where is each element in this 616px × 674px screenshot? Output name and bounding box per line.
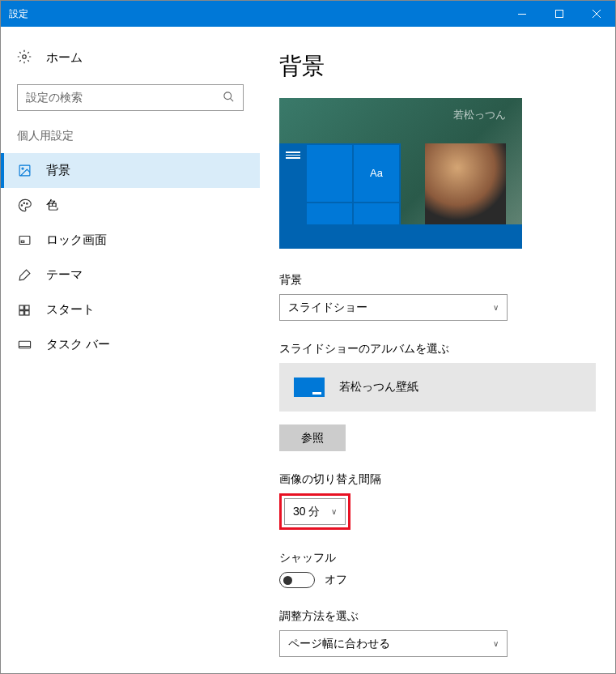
background-label: 背景 bbox=[279, 273, 596, 288]
home-label: ホーム bbox=[46, 50, 83, 66]
album-label: スライドショーのアルバムを選ぶ bbox=[279, 342, 596, 356]
svg-rect-16 bbox=[19, 310, 23, 314]
sidebar-item-label: タスク バー bbox=[46, 337, 110, 352]
sidebar-item-start[interactable]: スタート bbox=[1, 292, 260, 327]
sidebar-item-background[interactable]: 背景 bbox=[1, 153, 260, 188]
sidebar-item-label: スタート bbox=[46, 302, 95, 318]
svg-line-6 bbox=[230, 98, 233, 101]
browse-label: 参照 bbox=[301, 431, 324, 446]
background-value: スライドショー bbox=[288, 301, 367, 315]
svg-rect-14 bbox=[19, 305, 23, 309]
window-title: 設定 bbox=[1, 7, 28, 21]
preview-taskbar bbox=[279, 224, 522, 249]
svg-point-9 bbox=[21, 205, 22, 206]
shuffle-label: シャッフル bbox=[279, 551, 596, 565]
sidebar-item-label: テーマ bbox=[46, 267, 83, 283]
folder-icon bbox=[294, 378, 325, 397]
interval-value: 30 分 bbox=[293, 505, 320, 519]
brush-icon bbox=[17, 268, 32, 283]
svg-rect-13 bbox=[21, 241, 24, 242]
interval-dropdown[interactable]: 30 分 ∨ bbox=[284, 498, 346, 525]
titlebar: 設定 bbox=[1, 1, 615, 27]
minimize-button[interactable] bbox=[503, 1, 541, 27]
lockscreen-icon bbox=[17, 233, 32, 248]
gear-icon bbox=[17, 49, 32, 66]
sidebar-item-label: 背景 bbox=[46, 163, 70, 178]
start-icon bbox=[17, 303, 32, 318]
preview-tile bbox=[307, 145, 352, 202]
svg-rect-15 bbox=[25, 305, 29, 309]
toggle-knob bbox=[283, 576, 292, 585]
svg-rect-18 bbox=[19, 341, 30, 348]
search-input[interactable]: 設定の検索 bbox=[17, 84, 244, 111]
svg-rect-17 bbox=[25, 310, 29, 314]
sidebar-item-label: 色 bbox=[46, 198, 58, 213]
sidebar: ホーム 設定の検索 個人用設定 背景 色 ロック画面 テーマ スタート bbox=[1, 27, 260, 673]
page-title: 背景 bbox=[279, 51, 596, 82]
home-button[interactable]: ホーム bbox=[1, 43, 260, 73]
search-placeholder: 設定の検索 bbox=[26, 91, 83, 105]
album-box: 若松っつん壁紙 bbox=[279, 363, 596, 412]
desktop-preview: 若松っつん Aa bbox=[279, 98, 522, 249]
interval-label: 画像の切り替え間隔 bbox=[279, 472, 596, 487]
sidebar-item-colors[interactable]: 色 bbox=[1, 188, 260, 223]
preview-image-figure bbox=[425, 143, 506, 224]
svg-point-5 bbox=[224, 92, 232, 99]
chevron-down-icon: ∨ bbox=[493, 303, 499, 312]
chevron-down-icon: ∨ bbox=[493, 639, 499, 648]
background-dropdown[interactable]: スライドショー ∨ bbox=[279, 294, 508, 321]
chevron-down-icon: ∨ bbox=[331, 507, 337, 516]
window-controls bbox=[503, 1, 615, 27]
album-name: 若松っつん壁紙 bbox=[339, 380, 418, 395]
svg-rect-12 bbox=[19, 237, 30, 245]
svg-point-11 bbox=[26, 203, 27, 204]
sidebar-item-themes[interactable]: テーマ bbox=[1, 258, 260, 292]
shuffle-toggle[interactable] bbox=[279, 572, 315, 588]
sidebar-item-taskbar[interactable]: タスク バー bbox=[1, 327, 260, 362]
svg-point-10 bbox=[23, 203, 24, 203]
picture-icon bbox=[17, 164, 32, 178]
preview-watermark: 若松っつん bbox=[453, 108, 506, 122]
preview-tile-aa: Aa bbox=[354, 145, 399, 202]
maximize-button[interactable] bbox=[541, 1, 578, 27]
fit-dropdown[interactable]: ページ幅に合わせる ∨ bbox=[279, 630, 508, 657]
svg-point-8 bbox=[21, 168, 23, 169]
highlight-box: 30 分 ∨ bbox=[279, 493, 350, 530]
section-title: 個人用設定 bbox=[1, 129, 260, 153]
fit-value: ページ幅に合わせる bbox=[288, 637, 390, 651]
shuffle-state: オフ bbox=[325, 573, 347, 587]
close-button[interactable] bbox=[578, 1, 615, 27]
palette-icon bbox=[17, 198, 32, 213]
sidebar-item-label: ロック画面 bbox=[46, 232, 107, 248]
main-panel: 背景 若松っつん Aa 背景 スライドショー bbox=[260, 27, 615, 673]
browse-button[interactable]: 参照 bbox=[279, 424, 346, 451]
fit-label: 調整方法を選ぶ bbox=[279, 609, 596, 624]
taskbar-icon bbox=[17, 338, 32, 352]
search-icon bbox=[223, 91, 235, 105]
sidebar-item-lockscreen[interactable]: ロック画面 bbox=[1, 223, 260, 258]
svg-point-4 bbox=[23, 55, 27, 59]
svg-rect-1 bbox=[556, 11, 563, 18]
svg-rect-0 bbox=[518, 14, 526, 15]
